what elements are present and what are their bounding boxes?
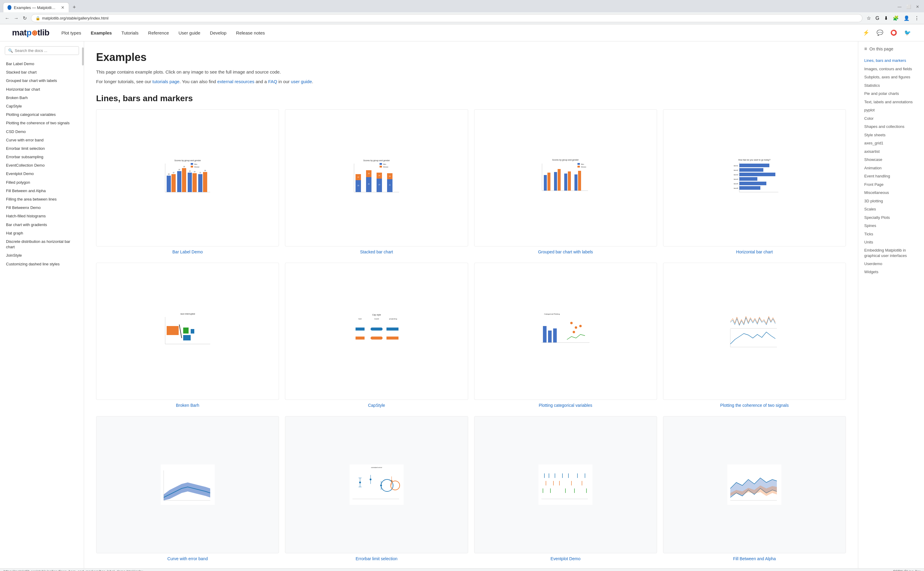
user-guide-link[interactable]: user guide (291, 79, 312, 84)
chart-card-errorbar[interactable]: constant error (285, 416, 468, 561)
profile-button[interactable]: 👤 (902, 14, 911, 22)
toc-item-widgets[interactable]: Widgets (864, 268, 918, 276)
sidebar-item[interactable]: JoinStyle (0, 251, 84, 260)
toc-item-color[interactable]: Color (864, 114, 918, 123)
sidebar-item[interactable]: Plotting categorical variables (0, 111, 84, 119)
chart-card-eventplot[interactable]: Eventplot Demo (474, 416, 657, 561)
toc-item-specialty[interactable]: Specialty Plots (864, 213, 918, 222)
nav-tutorials[interactable]: Tutorials (121, 30, 138, 35)
sidebar-item[interactable]: Errorbar subsampling (0, 153, 84, 161)
toc-item-text-labels[interactable]: Text, labels and annotations (864, 98, 918, 106)
nav-release-notes[interactable]: Release notes (236, 30, 265, 35)
chart-label-errorbar[interactable]: Errorbar limit selection (355, 556, 397, 561)
sidebar-item[interactable]: Hatch-filled histograms (0, 212, 84, 220)
chart-label-stacked[interactable]: Stacked bar chart (360, 250, 393, 254)
external-resources-link[interactable]: external resources (218, 79, 254, 84)
toc-item-pyplot[interactable]: pyplot (864, 106, 918, 114)
search-box[interactable]: 🔍 (5, 46, 79, 55)
chart-label-capstyle[interactable]: CapStyle (368, 403, 385, 408)
toc-item-statistics[interactable]: Statistics (864, 81, 918, 90)
toc-item-miscellaneous[interactable]: Miscellaneous (864, 188, 918, 197)
chart-card-coherence[interactable]: Plotting the coherence of two signals (663, 263, 846, 408)
toc-item-axisartist[interactable]: axisartist (864, 147, 918, 156)
sidebar-item[interactable]: Customizing dashed line styles (0, 260, 84, 269)
toc-item-animation[interactable]: Animation (864, 164, 918, 172)
chart-card-categorical[interactable]: Categorical Plotting (474, 263, 657, 408)
gitter-icon[interactable]: ⚡ (862, 28, 871, 37)
menu-button[interactable]: ⋮ (913, 14, 920, 22)
nav-develop[interactable]: Develop (210, 30, 226, 35)
chart-label-horizontal[interactable]: Horizontal bar chart (736, 250, 773, 254)
chart-card-capstyle[interactable]: Cap style butt round projecting (285, 263, 468, 408)
sidebar-item[interactable]: CSD Demo (0, 128, 84, 136)
chart-card-stacked[interactable]: Scores by group and gender (285, 109, 468, 254)
sidebar-item[interactable]: Filling the area between lines (0, 195, 84, 204)
active-tab[interactable]: Examples — Matplotlib 3.5.2 d ✕ (3, 2, 69, 12)
chart-card-broken[interactable]: race interrupted (96, 263, 279, 408)
sidebar-item[interactable]: Bar chart with gradients (0, 221, 84, 229)
chart-label-eventplot[interactable]: Eventplot Demo (550, 556, 581, 561)
toc-item-ticks[interactable]: Ticks (864, 230, 918, 238)
sidebar-item[interactable]: Fill Between and Alpha (0, 187, 84, 195)
nav-reference[interactable]: Reference (148, 30, 169, 35)
chart-card-fill-between[interactable]: Fill Between and Alpha (663, 416, 846, 561)
toc-item-units[interactable]: Units (864, 238, 918, 247)
sidebar-item[interactable]: Hat graph (0, 229, 84, 238)
chart-card-bar-label[interactable]: Scores by group and gender (96, 109, 279, 254)
tutorials-page-link[interactable]: tutorials page (153, 79, 179, 84)
forward-button[interactable]: → (12, 14, 20, 22)
sidebar-item[interactable]: Eventplot Demo (0, 170, 84, 178)
toc-item-subplots[interactable]: Subplots, axes and figures (864, 73, 918, 81)
toc-item-style-sheets[interactable]: Style sheets (864, 131, 918, 139)
sidebar-item[interactable]: Grouped bar chart with labels (0, 77, 84, 85)
chart-label-coherence[interactable]: Plotting the coherence of two signals (720, 403, 788, 408)
faq-link[interactable]: FAQ (268, 79, 277, 84)
twitter-icon[interactable]: 🐦 (903, 28, 912, 37)
toc-item-showcase[interactable]: Showcase (864, 156, 918, 164)
sidebar-item[interactable]: CapStyle (0, 102, 84, 111)
chart-label-error-band[interactable]: Curve with error band (167, 556, 208, 561)
sidebar-item[interactable]: EventCollection Demo (0, 161, 84, 170)
nav-examples[interactable]: Examples (91, 30, 112, 35)
sidebar-item[interactable]: Errorbar limit selection (0, 144, 84, 153)
toc-item-spines[interactable]: Spines (864, 222, 918, 230)
chart-card-grouped[interactable]: Scores by group and gender (474, 109, 657, 254)
nav-plot-types[interactable]: Plot types (61, 30, 81, 35)
site-logo[interactable]: matp⊛tlib (12, 28, 49, 37)
search-input[interactable] (15, 48, 76, 53)
bookmark-star-button[interactable]: ☆ (865, 14, 872, 22)
sidebar-item[interactable]: Bar Label Demo (0, 60, 84, 68)
sidebar-item[interactable]: Discrete distribution as horizontal bar … (0, 238, 84, 251)
toc-item-lines-bars[interactable]: Lines, bars and markers (864, 56, 918, 65)
toc-item-pie-polar[interactable]: Pie and polar charts (864, 90, 918, 98)
chart-card-error-band[interactable]: Curve with error band (96, 416, 279, 561)
new-tab-button[interactable]: + (70, 3, 78, 12)
toc-item-scales[interactable]: Scales (864, 205, 918, 213)
sidebar-item[interactable]: Stacked bar chart (0, 68, 84, 77)
toc-item-event-handling[interactable]: Event handling (864, 172, 918, 181)
sidebar-item[interactable]: Plotting the coherence of two signals (0, 119, 84, 127)
chart-label-categorical[interactable]: Plotting categorical variables (539, 403, 592, 408)
chart-label-bar-label[interactable]: Bar Label Demo (172, 250, 203, 254)
chart-label-broken[interactable]: Broken Barh (176, 403, 199, 408)
toc-item-embedding[interactable]: Embedding Matplotlib in graphical user i… (864, 247, 918, 260)
toc-item-front-page[interactable]: Front Page (864, 181, 918, 189)
extensions-button[interactable]: 🧩 (892, 14, 900, 22)
sidebar-item[interactable]: Fill Betweenx Demo (0, 204, 84, 212)
sidebar-item[interactable]: Horizontal bar chart (0, 85, 84, 94)
translate-button[interactable]: G (875, 14, 881, 22)
download-button[interactable]: ⬇ (883, 14, 889, 22)
toc-item-shapes[interactable]: Shapes and collections (864, 122, 918, 131)
nav-user-guide[interactable]: User guide (179, 30, 201, 35)
github-icon[interactable]: ⭕ (889, 28, 898, 37)
sidebar-item[interactable]: Filled polygon (0, 178, 84, 187)
toc-item-images[interactable]: Images, contours and fields (864, 65, 918, 73)
toc-item-3d-plotting[interactable]: 3D plotting (864, 197, 918, 205)
toc-item-axes-grid1[interactable]: axes_grid1 (864, 139, 918, 147)
discourse-icon[interactable]: 💬 (875, 28, 884, 37)
tab-close-button[interactable]: ✕ (61, 5, 65, 10)
sidebar-item[interactable]: Broken Barh (0, 94, 84, 102)
toc-item-userdemo[interactable]: Userdemo (864, 260, 918, 268)
sidebar-item[interactable]: Curve with error band (0, 136, 84, 144)
back-button[interactable]: ← (4, 14, 11, 22)
